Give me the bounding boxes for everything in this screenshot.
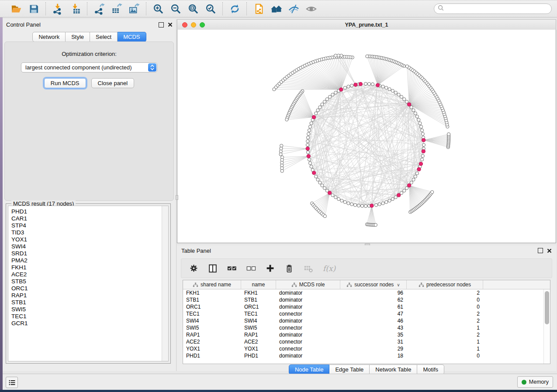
mcds-result-item[interactable]: RAP1 <box>11 292 168 299</box>
memory-button[interactable]: Memory <box>517 376 553 388</box>
table-cell: 46 <box>340 317 407 324</box>
table-cell: ACE2 <box>183 338 241 345</box>
close-table-panel-icon[interactable] <box>547 248 552 253</box>
vizmapper-icon[interactable] <box>286 2 301 16</box>
table-row[interactable]: PHD1PHD1dominator180 <box>183 352 550 359</box>
mcds-result-item[interactable]: STB1 <box>11 299 168 306</box>
deselect-all-icon[interactable] <box>246 264 256 273</box>
export-network-icon[interactable] <box>92 2 107 16</box>
network-view-panel: YPA_prune.txt_1 <box>177 19 556 243</box>
table-row[interactable]: FKH1FKH1dominator962 <box>183 289 550 296</box>
export-image-icon[interactable] <box>127 2 142 16</box>
open-file-icon[interactable] <box>9 2 24 16</box>
save-session-icon[interactable] <box>26 2 41 16</box>
table-cell: dominator <box>276 352 340 359</box>
tab-mcds[interactable]: MCDS <box>118 32 146 42</box>
columns-icon[interactable] <box>208 264 218 273</box>
tab-edge-table[interactable]: Edge Table <box>329 364 370 375</box>
mcds-result-item[interactable]: CAR1 <box>11 215 168 222</box>
close-panel-button[interactable]: Close panel <box>91 78 135 88</box>
import-network-icon[interactable] <box>50 2 65 16</box>
zoom-fit-icon[interactable] <box>186 2 201 16</box>
column-header-successor-nodes[interactable]: successor nodes∨ <box>340 280 407 289</box>
optimization-criterion-select[interactable]: largest connected component (undirected) <box>21 62 157 72</box>
table-cell: 2 <box>407 331 483 338</box>
mcds-result-item[interactable]: STB5 <box>11 278 168 285</box>
task-history-button[interactable] <box>6 377 18 388</box>
table-hierarchy-icon <box>291 282 297 287</box>
mcds-result-item[interactable]: ACE2 <box>11 271 168 278</box>
table-row[interactable]: STB1STB1dominator620 <box>183 296 550 303</box>
control-panel: Control Panel NetworkStyleSelectMCDS Opt… <box>3 19 176 371</box>
tab-network[interactable]: Network <box>32 32 66 42</box>
zoom-selected-icon[interactable] <box>203 2 218 16</box>
mcds-result-item[interactable]: SWI4 <box>11 243 168 250</box>
table-row[interactable]: SWI5SWI5connector431 <box>183 324 550 331</box>
mcds-result-item[interactable]: PMA2 <box>11 257 168 264</box>
mcds-result-item[interactable]: FKH1 <box>11 264 168 271</box>
column-header-name[interactable]: name <box>241 280 276 289</box>
optimization-criterion-label: Optimization criterion: <box>5 51 173 57</box>
vertical-splitter-handle[interactable] <box>176 195 178 200</box>
table-scrollbar-thumb[interactable] <box>545 291 549 324</box>
export-table-icon[interactable] <box>109 2 124 16</box>
eye-icon[interactable] <box>304 2 318 16</box>
zoom-out-icon[interactable] <box>168 2 183 16</box>
table-cell: SWI4 <box>241 317 276 324</box>
table-cell: SWI5 <box>183 324 241 331</box>
control-panel-tabs: NetworkStyleSelectMCDS <box>3 32 176 42</box>
add-icon[interactable] <box>266 264 275 273</box>
float-table-panel-icon[interactable] <box>538 248 543 253</box>
table-row[interactable]: TEC1TEC1connector472 <box>183 310 550 317</box>
node-table: shared namenameMCDS rolesuccessor nodes∨… <box>183 280 550 364</box>
mcds-result-item[interactable]: YOX1 <box>11 236 168 243</box>
mcds-result-item[interactable]: GCR1 <box>11 320 168 327</box>
search-box[interactable] <box>434 3 552 14</box>
window-close-icon[interactable] <box>182 22 187 28</box>
traffic-lights <box>182 22 205 28</box>
run-mcds-button[interactable]: Run MCDS <box>44 78 86 88</box>
mcds-result-item[interactable]: PHD1 <box>11 208 168 215</box>
import-table-icon[interactable] <box>68 2 83 16</box>
table-row[interactable]: RAP1RAP1dominator352 <box>183 331 550 338</box>
float-panel-icon[interactable] <box>159 22 164 28</box>
tab-node-table[interactable]: Node Table <box>289 364 330 375</box>
table-scrollbar[interactable] <box>543 289 550 364</box>
mcds-result-item[interactable]: TID3 <box>11 229 168 236</box>
network-canvas[interactable] <box>177 30 556 243</box>
window-zoom-icon[interactable] <box>200 22 205 28</box>
tab-select[interactable]: Select <box>90 32 118 42</box>
column-header-predecessor-nodes[interactable]: predecessor nodes <box>407 280 483 289</box>
close-panel-icon[interactable] <box>168 22 173 27</box>
table-row[interactable]: ACE2ACE2connector311 <box>183 338 550 345</box>
column-header-shared-name[interactable]: shared name <box>183 280 241 289</box>
table-row[interactable]: ORC1ORC1dominator610 <box>183 303 550 310</box>
mcds-result-item[interactable]: SRD1 <box>11 250 168 257</box>
tab-motifs[interactable]: Motifs <box>417 364 444 375</box>
mcds-result-item[interactable]: STP4 <box>11 222 168 229</box>
tab-style[interactable]: Style <box>66 32 90 42</box>
tab-network-table[interactable]: Network Table <box>370 364 417 375</box>
table-row[interactable]: SWI4SWI4dominator462 <box>183 317 550 324</box>
select-all-icon[interactable] <box>227 264 237 273</box>
window-minimize-icon[interactable] <box>191 22 196 28</box>
refresh-icon[interactable] <box>227 2 242 16</box>
mcds-result-item[interactable]: ORC1 <box>11 285 168 292</box>
home-icon[interactable] <box>269 2 284 16</box>
delete-table-icon <box>304 264 313 273</box>
zoom-in-icon[interactable] <box>151 2 166 16</box>
memory-status-icon <box>522 380 526 385</box>
table-cell: RAP1 <box>183 331 241 338</box>
column-header-MCDS-role[interactable]: MCDS role <box>276 280 340 289</box>
gear-icon[interactable] <box>189 264 198 273</box>
mcds-result-item[interactable]: SWI5 <box>11 306 168 313</box>
share-session-icon[interactable] <box>251 2 266 16</box>
search-input[interactable] <box>446 5 551 12</box>
delete-icon[interactable] <box>284 264 294 273</box>
table-cell: 0 <box>407 303 483 310</box>
mcds-result-item[interactable]: TEC1 <box>11 313 168 320</box>
table-cell: PHD1 <box>241 352 276 359</box>
mcds-result-scrollbar[interactable] <box>162 206 168 361</box>
table-row[interactable]: YOX1YOX1connector291 <box>183 345 550 352</box>
table-cell: 47 <box>340 310 407 317</box>
